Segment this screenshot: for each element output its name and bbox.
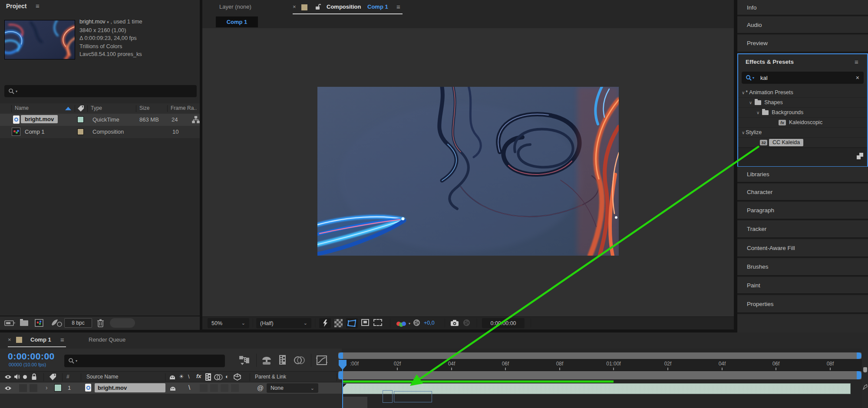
column-name[interactable]: Name: [15, 105, 29, 111]
mask-visibility-button[interactable]: [346, 318, 358, 328]
switch-well[interactable]: [231, 384, 239, 392]
region-of-interest-button[interactable]: [361, 319, 369, 326]
motion-blur-icon[interactable]: [293, 355, 306, 365]
timeline-tab-comp[interactable]: Comp 1: [30, 336, 51, 343]
navigator-start-handle[interactable]: [338, 352, 343, 359]
close-icon[interactable]: ×: [8, 336, 11, 343]
tab-layer[interactable]: Layer (none): [219, 3, 251, 10]
label-color-swatch-tan[interactable]: [77, 128, 84, 135]
chevron-down-icon[interactable]: ∨: [756, 110, 759, 115]
sidebar-item-info[interactable]: Info: [737, 0, 868, 16]
column-size[interactable]: Size: [139, 105, 149, 111]
sidebar-item-tracker[interactable]: Tracker: [737, 220, 868, 238]
collapse-transformations-column-icon[interactable]: ☀: [179, 373, 184, 380]
label-color-column-icon[interactable]: [77, 105, 85, 112]
time-ruler[interactable]: :00f 02f 04f 06f 08f 01:00f 02f 04f 06f …: [342, 359, 862, 371]
navigator-end-handle[interactable]: [857, 352, 861, 359]
close-icon[interactable]: ×: [293, 3, 296, 10]
sidebar-item-character[interactable]: Character: [737, 184, 868, 201]
work-area-end-handle[interactable]: [857, 371, 861, 379]
footage-name[interactable]: bright.mov: [79, 18, 106, 25]
sort-ascending-icon[interactable]: [65, 107, 71, 110]
parent-select[interactable]: None ⌄: [267, 383, 318, 393]
graph-editor-icon[interactable]: [316, 355, 327, 365]
audio-toggle-well[interactable]: [19, 384, 27, 392]
lock-column-icon[interactable]: [31, 373, 37, 380]
current-timecode[interactable]: 0:00:00:00: [8, 351, 55, 362]
transparency-grid-button[interactable]: [334, 319, 343, 327]
table-row[interactable]: Comp 1 Composition 10: [0, 126, 200, 138]
chevron-down-icon[interactable]: ∨: [742, 130, 745, 135]
solo-column-icon[interactable]: [23, 375, 27, 379]
comp-flowchart-icon[interactable]: [239, 355, 251, 365]
sidebar-item-preview[interactable]: Preview: [737, 35, 868, 53]
fast-previews-button[interactable]: [319, 318, 331, 328]
frame-blending-icon[interactable]: [278, 355, 287, 366]
tree-item-animation-presets[interactable]: ∨ * Animation Presets: [738, 88, 867, 98]
switch-well[interactable]: [210, 384, 218, 392]
chevron-down-icon[interactable]: ∨: [749, 100, 752, 105]
label-column-icon[interactable]: [49, 373, 57, 381]
switch-well[interactable]: [200, 384, 208, 392]
reset-exposure-icon[interactable]: [413, 319, 420, 326]
trash-icon[interactable]: [97, 319, 104, 328]
layer-bar-in-handle[interactable]: [343, 384, 347, 387]
color-depth-button[interactable]: 8 bpc: [64, 318, 92, 328]
layer-number-column[interactable]: #: [66, 374, 69, 380]
sidebar-item-brushes[interactable]: Brushes: [737, 258, 868, 276]
snapshot-camera-icon[interactable]: [450, 319, 459, 326]
show-snapshot-icon[interactable]: [463, 319, 470, 326]
clear-search-icon[interactable]: ×: [856, 74, 859, 81]
comp-marker-icon[interactable]: [863, 367, 867, 372]
effects-column-icon[interactable]: fx: [196, 373, 201, 379]
tree-item-kaleidoscopic[interactable]: fx Kaleidoscopic: [738, 118, 867, 128]
panel-scroll-pill[interactable]: [110, 318, 135, 328]
chevron-down-icon[interactable]: ∨: [742, 90, 745, 95]
tree-item-stylize[interactable]: ∨ Stylize: [738, 128, 867, 138]
eye-column-icon[interactable]: [4, 375, 12, 379]
adjustment-layer-column-icon[interactable]: ◐: [225, 373, 229, 380]
quality-column-icon[interactable]: \: [188, 373, 190, 380]
used-in-comp-icon[interactable]: [192, 116, 200, 124]
sidebar-item-content-aware-fill[interactable]: Content-Aware Fill: [737, 239, 868, 257]
sidebar-item-audio[interactable]: Audio: [737, 16, 868, 34]
timeline-search-input[interactable]: ▾: [64, 355, 225, 367]
parent-link-column[interactable]: Parent & Link: [255, 374, 286, 380]
comp-row-name[interactable]: Comp 1: [25, 128, 45, 135]
exposure-value[interactable]: +0,0: [424, 320, 435, 326]
show-channel-button[interactable]: ▾: [396, 320, 410, 327]
pan-behind-button[interactable]: [373, 319, 382, 326]
audio-column-icon[interactable]: [14, 374, 20, 380]
motion-blur-column-icon[interactable]: [214, 374, 224, 381]
layer-label-swatch[interactable]: [54, 384, 62, 392]
timeline-tab-menu-icon[interactable]: ≡: [60, 336, 64, 343]
render-engine-icon[interactable]: [51, 319, 62, 327]
comp-label-color-swatch[interactable]: [301, 4, 307, 10]
layer-source-name[interactable]: bright.mov: [95, 383, 165, 392]
frame-blend-column-icon[interactable]: [205, 373, 211, 381]
layer-visibility-eye-icon[interactable]: [4, 386, 12, 391]
sidebar-item-paragraph[interactable]: Paragraph: [737, 202, 868, 220]
new-preset-corner-icon[interactable]: [856, 152, 864, 160]
new-folder-icon[interactable]: [20, 320, 28, 326]
tab-composition-kind[interactable]: Composition: [327, 3, 361, 10]
effects-panel-menu-icon[interactable]: ≡: [855, 58, 858, 66]
sidebar-item-properties[interactable]: Properties: [737, 295, 868, 313]
search-dropdown-icon[interactable]: ▾: [16, 89, 17, 93]
project-panel-menu-icon[interactable]: ≡: [36, 2, 40, 10]
footage-name-dropdown-icon[interactable]: ▾: [107, 20, 109, 24]
comp-flowchart-button[interactable]: Comp 1: [216, 16, 258, 27]
source-name-column[interactable]: Source Name: [86, 374, 118, 380]
layer-quality-icon[interactable]: \: [188, 384, 190, 391]
expand-layer-chevron[interactable]: ›: [46, 384, 48, 391]
sidebar-item-paint[interactable]: Paint: [737, 277, 868, 294]
tab-composition-name[interactable]: Comp 1: [367, 3, 388, 10]
3d-layer-column-icon[interactable]: [234, 373, 241, 381]
effects-search-input[interactable]: ▾ kal ×: [742, 72, 864, 84]
tree-item-backgrounds[interactable]: ∨ Backgrounds: [738, 108, 867, 118]
project-search-input[interactable]: ▾: [4, 85, 197, 97]
parent-pickwhip-icon[interactable]: @: [257, 384, 264, 392]
magnification-select[interactable]: 50% ⌄: [208, 318, 249, 328]
shy-column-icon[interactable]: [169, 374, 176, 381]
switch-well[interactable]: [221, 384, 228, 392]
